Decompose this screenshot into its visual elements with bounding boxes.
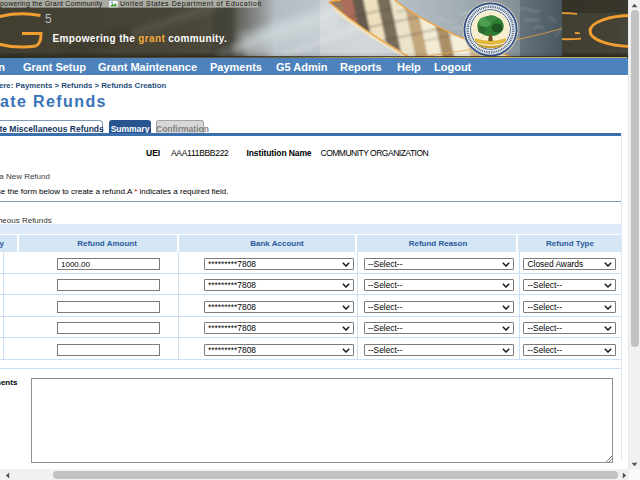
svg-text:powering the Grant Community: powering the Grant Community (0, 0, 103, 8)
svg-text:Empowering the grant community: Empowering the grant community. (53, 33, 228, 44)
svg-text:5: 5 (45, 12, 52, 26)
svg-text:United States Department of Ed: United States Department of Education (120, 0, 262, 8)
